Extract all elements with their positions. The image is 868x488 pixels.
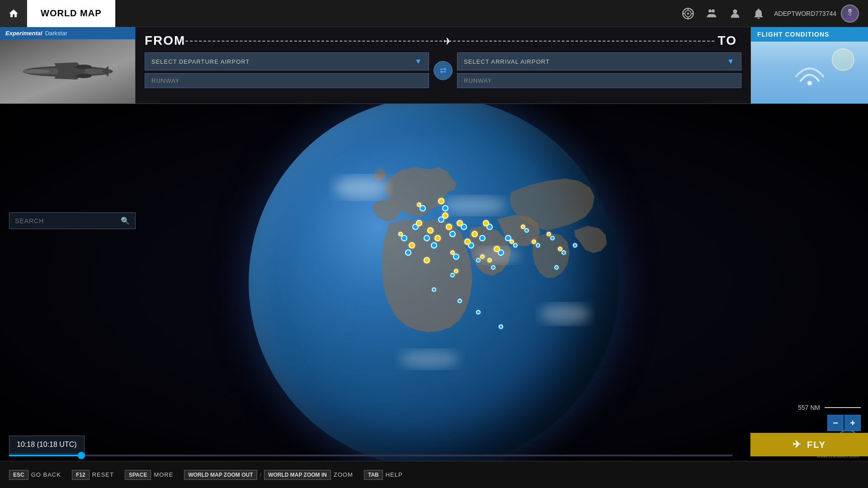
aircraft-name: Darkstar bbox=[45, 30, 67, 37]
airport-marker[interactable] bbox=[417, 202, 421, 207]
weather-signal-icon bbox=[792, 52, 828, 94]
notification-icon[interactable] bbox=[750, 5, 767, 22]
airport-marker[interactable] bbox=[446, 224, 452, 230]
airport-marker[interactable] bbox=[513, 243, 518, 248]
airport-marker[interactable] bbox=[532, 239, 536, 244]
airport-marker[interactable] bbox=[509, 239, 514, 244]
aircraft-label: Experimental Darkstar bbox=[0, 27, 135, 39]
airport-marker[interactable] bbox=[424, 257, 430, 263]
fly-plane-icon: ✈ bbox=[793, 439, 802, 450]
page-title: WORLD MAP bbox=[27, 0, 115, 27]
avatar[interactable]: 🎖 bbox=[841, 5, 859, 23]
airport-marker[interactable] bbox=[449, 231, 456, 237]
departure-placeholder: SELECT DEPARTURE AIRPORT bbox=[151, 58, 250, 65]
airport-marker[interactable] bbox=[458, 299, 462, 303]
distance-line bbox=[825, 407, 861, 408]
home-button[interactable] bbox=[0, 0, 27, 27]
departure-dropdown[interactable]: SELECT DEPARTURE AIRPORT ▼ bbox=[145, 52, 429, 70]
search-area: 🔍 bbox=[9, 212, 136, 229]
time-slider-track[interactable] bbox=[9, 455, 732, 456]
search-icon[interactable]: 🔍 bbox=[121, 216, 130, 225]
flight-conditions: FLIGHT CONDITIONS bbox=[750, 27, 868, 103]
zoom-in-key: WORLD MAP ZOOM IN bbox=[264, 470, 331, 480]
airport-marker[interactable] bbox=[424, 235, 430, 241]
airport-marker[interactable] bbox=[464, 239, 471, 245]
airport-marker[interactable] bbox=[434, 235, 441, 241]
help-label: HELP bbox=[386, 471, 403, 478]
flight-conditions-header: FLIGHT CONDITIONS bbox=[751, 27, 868, 42]
airport-marker[interactable] bbox=[487, 258, 492, 263]
zoom-controls: − + bbox=[827, 415, 861, 431]
group-icon[interactable] bbox=[703, 5, 720, 22]
space-shortcut: SPACE MORE bbox=[125, 470, 173, 480]
sun-decoration bbox=[832, 48, 854, 71]
arrival-arrow-icon: ▼ bbox=[727, 57, 735, 66]
svg-point-14 bbox=[23, 69, 50, 74]
arrival-runway: RUNWAY bbox=[457, 73, 741, 88]
airport-marker[interactable] bbox=[547, 232, 551, 236]
airport-marker[interactable] bbox=[561, 250, 566, 255]
airport-marker[interactable] bbox=[499, 324, 503, 329]
search-input[interactable] bbox=[15, 217, 121, 225]
airport-marker[interactable] bbox=[454, 269, 458, 273]
airport-marker[interactable] bbox=[416, 220, 422, 226]
airport-marker[interactable] bbox=[479, 235, 486, 241]
arrival-dropdown[interactable]: SELECT ARRIVAL AIRPORT ▼ bbox=[457, 52, 741, 70]
airport-marker[interactable] bbox=[536, 243, 540, 248]
flight-conditions-content[interactable] bbox=[751, 42, 868, 103]
airport-marker[interactable] bbox=[442, 205, 448, 211]
flight-plane-icon: ✈ bbox=[443, 36, 452, 47]
tab-shortcut: TAB HELP bbox=[364, 470, 403, 480]
flight-path-line: ✈ bbox=[181, 41, 714, 42]
airport-marker[interactable] bbox=[472, 231, 478, 237]
target-icon[interactable] bbox=[680, 5, 696, 22]
airport-marker[interactable] bbox=[476, 258, 481, 263]
airport-marker[interactable] bbox=[554, 265, 559, 270]
airport-marker[interactable] bbox=[431, 242, 437, 249]
distance-display: 557 NM bbox=[791, 400, 868, 415]
slider-thumb[interactable] bbox=[78, 452, 85, 459]
airport-marker[interactable] bbox=[524, 228, 529, 233]
swap-airports-button[interactable]: ⇄ bbox=[434, 61, 453, 80]
airport-marker[interactable] bbox=[427, 227, 434, 234]
airport-marker[interactable] bbox=[432, 287, 436, 292]
airport-marker[interactable] bbox=[494, 246, 500, 252]
more-label: MORE bbox=[154, 471, 173, 478]
svg-point-7 bbox=[708, 9, 712, 12]
airport-marker[interactable] bbox=[480, 254, 485, 259]
time-slider-area: 10:18 (10:18 UTC) bbox=[9, 436, 732, 456]
f12-shortcut: F12 RESET bbox=[72, 470, 114, 480]
airport-marker[interactable] bbox=[476, 310, 481, 314]
user-icon[interactable] bbox=[727, 5, 743, 22]
reset-label: RESET bbox=[92, 471, 114, 478]
zoom-out-button[interactable]: − bbox=[827, 415, 844, 431]
departure-arrow-icon: ▼ bbox=[415, 57, 422, 66]
flight-panel: Experimental Darkstar bbox=[0, 27, 868, 104]
svg-point-22 bbox=[540, 304, 590, 324]
airport-marker[interactable] bbox=[438, 198, 444, 204]
airport-marker[interactable] bbox=[491, 265, 495, 270]
globe[interactable] bbox=[249, 104, 619, 461]
to-label: TO bbox=[718, 33, 737, 48]
airport-marker[interactable] bbox=[442, 212, 448, 219]
airport-marker[interactable] bbox=[409, 242, 415, 249]
airport-marker[interactable] bbox=[483, 220, 489, 226]
airport-marker[interactable] bbox=[521, 225, 525, 229]
from-label: FROM bbox=[145, 33, 185, 48]
aircraft-image[interactable] bbox=[0, 39, 135, 103]
topbar: WORLD MAP bbox=[0, 0, 868, 27]
map-area[interactable]: 🔍 bbox=[0, 104, 868, 461]
airport-marker[interactable] bbox=[573, 243, 577, 248]
f12-key: F12 bbox=[72, 470, 90, 480]
airport-marker[interactable] bbox=[457, 220, 463, 226]
username-label: ADEPTWORD773744 bbox=[774, 10, 836, 17]
airport-marker[interactable] bbox=[450, 273, 455, 277]
fly-button[interactable]: ✈ FLY bbox=[750, 433, 868, 456]
airport-marker[interactable] bbox=[550, 236, 555, 240]
esc-shortcut: ESC GO BACK bbox=[9, 470, 61, 480]
airport-marker[interactable] bbox=[558, 247, 562, 251]
airport-marker[interactable] bbox=[398, 232, 403, 236]
airport-marker[interactable] bbox=[405, 249, 411, 256]
zoom-in-button[interactable]: + bbox=[844, 415, 861, 431]
airport-marker[interactable] bbox=[450, 250, 455, 255]
